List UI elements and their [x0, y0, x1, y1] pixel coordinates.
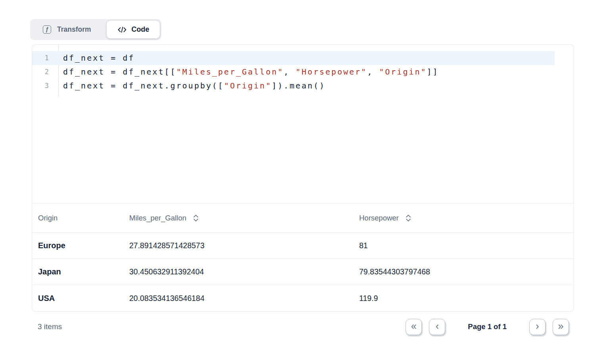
line-number: 3: [32, 79, 58, 93]
code-text: df_next = df_next.groupby(["Origin"]).me…: [58, 79, 325, 93]
tab-transform-label: Transform: [57, 25, 91, 34]
column-header-label: Origin: [38, 214, 57, 222]
sort-icon[interactable]: [193, 214, 199, 222]
function-glyph: ƒ: [45, 26, 48, 33]
string-token: "Miles_per_Gallon": [176, 67, 284, 77]
code-token: ,: [367, 67, 379, 77]
table-row: Japan 30.450632911392404 79.835443037974…: [32, 259, 574, 285]
cell-miles_per_gallon: 30.450632911392404: [123, 267, 353, 276]
code-editor[interactable]: 1 df_next = df 2 df_next = df_next[["Mil…: [32, 45, 574, 203]
cell-origin: Japan: [32, 267, 123, 276]
code-token: df_next = df_next[[: [63, 67, 176, 77]
code-icon: [117, 25, 127, 34]
code-token: df_next = df: [63, 53, 135, 63]
tab-transform[interactable]: ƒ Transform: [32, 25, 107, 34]
string-token: "Origin": [379, 67, 427, 77]
code-token: ]).mean(): [272, 81, 325, 90]
code-line: 2 df_next = df_next[["Miles_per_Gallon",…: [32, 65, 574, 79]
page-indicator: Page 1 of 1: [468, 322, 507, 331]
view-tabbar: ƒ Transform Code: [30, 19, 161, 40]
cell-miles_per_gallon: 20.083534136546184: [123, 294, 353, 303]
table-footer: 3 items « ‹ Page 1 of 1 › »: [32, 318, 574, 335]
column-header-label: Horsepower: [359, 214, 399, 222]
cell-horsepower: 81: [353, 241, 574, 250]
double-chevron-left-icon: «: [411, 321, 417, 331]
next-page-button[interactable]: ›: [529, 319, 545, 335]
column-header-miles_per_gallon[interactable]: Miles_per_Gallon: [123, 214, 353, 222]
chevron-left-icon: ‹: [436, 321, 439, 331]
column-header-horsepower[interactable]: Horsepower: [353, 214, 574, 222]
tab-code-label: Code: [132, 25, 149, 34]
table-body: Europe 27.891428571428573 81 Japan 30.45…: [32, 233, 574, 311]
last-page-button[interactable]: »: [553, 319, 569, 335]
table-row: Europe 27.891428571428573 81: [32, 233, 574, 259]
code-token: df_next = df_next.groupby([: [63, 81, 224, 90]
column-header-label: Miles_per_Gallon: [129, 214, 186, 222]
first-page-button[interactable]: «: [406, 319, 422, 335]
string-token: "Horsepower": [296, 67, 367, 77]
code-text: df_next = df_next[["Miles_per_Gallon", "…: [58, 65, 439, 79]
code-line: 3 df_next = df_next.groupby(["Origin"]).…: [32, 79, 574, 93]
line-number: 1: [32, 51, 58, 65]
code-token: ,: [284, 67, 296, 77]
cell-miles_per_gallon: 27.891428571428573: [123, 241, 353, 250]
items-count: 3 items: [38, 322, 62, 331]
line-number: 2: [32, 65, 58, 79]
code-token: ]]: [427, 67, 439, 77]
column-header-origin: Origin: [32, 214, 123, 222]
cell-origin: USA: [32, 294, 123, 303]
page: ƒ Transform Code 1 df_next = df 2 df_nex…: [0, 19, 601, 335]
prev-page-button[interactable]: ‹: [429, 319, 445, 335]
table-row: USA 20.083534136546184 119.9: [32, 285, 574, 311]
code-line: 1 df_next = df: [32, 51, 574, 65]
code-text: df_next = df: [58, 51, 135, 65]
pagination: « ‹ Page 1 of 1 › »: [406, 319, 569, 335]
cell-horsepower: 79.83544303797468: [353, 267, 574, 276]
string-token: "Origin": [224, 81, 272, 90]
double-chevron-right-icon: »: [558, 321, 564, 331]
function-icon: ƒ: [43, 25, 51, 34]
transform-card: 1 df_next = df 2 df_next = df_next[["Mil…: [32, 44, 574, 312]
table-header-row: Origin Miles_per_Gallon Horsepower: [32, 203, 574, 233]
code-lines: 1 df_next = df 2 df_next = df_next[["Mil…: [32, 45, 574, 93]
chevron-right-icon: ›: [536, 321, 539, 331]
cell-origin: Europe: [32, 241, 123, 250]
sort-icon[interactable]: [405, 214, 412, 222]
cell-horsepower: 119.9: [353, 294, 574, 303]
tab-code[interactable]: Code: [107, 21, 160, 38]
